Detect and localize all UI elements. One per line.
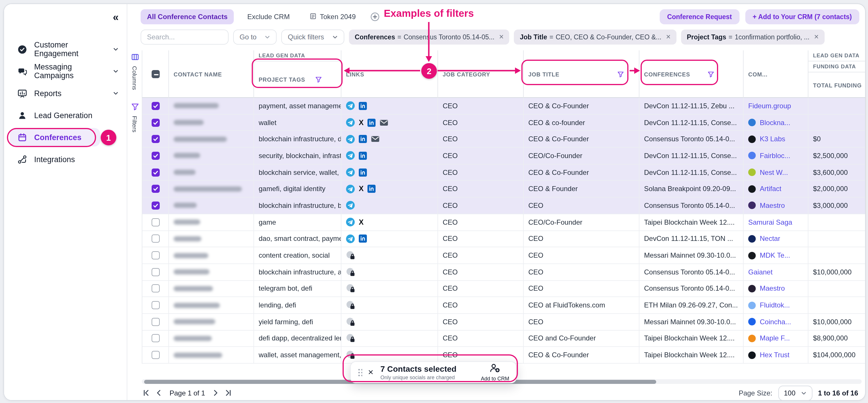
row-checkbox[interactable] bbox=[151, 202, 159, 210]
filter-chip[interactable]: Project Tags=1confirmation portfolio, ..… bbox=[681, 30, 825, 45]
sidebar-item-label: Messaging Campaigns bbox=[34, 62, 106, 80]
company-link[interactable]: Maestro bbox=[760, 285, 785, 293]
sidebar-item-customer-engagement[interactable]: Customer Engagement bbox=[4, 38, 127, 60]
column-header-project-tags[interactable]: LEAD GEN DATA PROJECT TAGS bbox=[254, 50, 341, 98]
goto-select[interactable]: Go to bbox=[233, 30, 277, 45]
row-checkbox[interactable] bbox=[151, 335, 159, 343]
filter-funnel-icon[interactable] bbox=[316, 77, 322, 83]
last-page-icon[interactable] bbox=[224, 388, 233, 397]
select-all-checkbox[interactable] bbox=[151, 70, 159, 78]
x-icon[interactable]: X bbox=[359, 218, 364, 226]
prev-page-icon[interactable] bbox=[155, 388, 163, 397]
view-tab-all-conference-contacts[interactable]: All Conference Contacts bbox=[141, 9, 234, 24]
company-link[interactable]: Gaianet bbox=[748, 268, 773, 276]
remove-filter-icon[interactable]: × bbox=[499, 33, 504, 41]
row-checkbox[interactable] bbox=[151, 268, 159, 276]
drag-handle-icon[interactable] bbox=[358, 368, 362, 376]
filter-funnel-icon[interactable] bbox=[617, 71, 623, 77]
linkedin-icon[interactable] bbox=[359, 102, 367, 110]
row-checkbox[interactable] bbox=[151, 235, 159, 243]
view-tab-token-2049[interactable]: Token 2049 bbox=[303, 9, 362, 24]
next-page-icon[interactable] bbox=[212, 388, 220, 397]
linkedin-icon[interactable] bbox=[359, 168, 367, 176]
telegram-icon[interactable] bbox=[346, 234, 355, 243]
row-checkbox[interactable] bbox=[151, 102, 159, 110]
add-view-icon[interactable] bbox=[370, 12, 380, 22]
search-input[interactable] bbox=[141, 30, 228, 45]
linkedin-icon[interactable] bbox=[359, 152, 367, 160]
company-link[interactable]: Blockna... bbox=[760, 118, 790, 126]
email-icon[interactable] bbox=[380, 119, 389, 126]
remove-filter-icon[interactable]: × bbox=[814, 33, 819, 41]
linkedin-icon[interactable] bbox=[359, 235, 367, 243]
company-link[interactable]: Maple F... bbox=[760, 335, 790, 343]
email-icon[interactable] bbox=[371, 136, 380, 142]
linkedin-icon[interactable] bbox=[359, 135, 367, 143]
telegram-icon[interactable] bbox=[346, 201, 355, 210]
row-checkbox[interactable] bbox=[151, 318, 159, 326]
company-link[interactable]: Samurai Saga bbox=[748, 218, 792, 226]
company-link[interactable]: Nest W... bbox=[760, 168, 788, 176]
filter-chip[interactable]: Job Title=CEO, CEO & Co-Founder, CEO &..… bbox=[514, 30, 677, 45]
telegram-icon[interactable] bbox=[346, 135, 355, 143]
company-link[interactable]: Fideum.group bbox=[748, 102, 791, 110]
column-header-total-funding[interactable]: LEAD GEN DATA FUNDING DATA TOTAL FUNDING bbox=[808, 50, 866, 98]
company-link[interactable]: MDK Te... bbox=[760, 251, 790, 259]
sidebar-item-integrations[interactable]: Integrations bbox=[4, 148, 127, 170]
project-tags-cell: security, blockchain, infrastr... bbox=[254, 148, 341, 164]
telegram-icon[interactable] bbox=[346, 168, 355, 177]
sidebar-item-conferences[interactable]: Conferences bbox=[10, 128, 100, 146]
filters-tool[interactable]: Filters bbox=[131, 103, 138, 133]
project-tags-cell: blockchain infrastructure, ai... bbox=[254, 264, 341, 280]
row-checkbox[interactable] bbox=[151, 301, 159, 309]
column-header-conferences[interactable]: CONFERENCES bbox=[640, 50, 744, 98]
sidebar-collapse-icon[interactable]: « bbox=[113, 12, 119, 23]
telegram-icon[interactable] bbox=[346, 102, 355, 110]
linkedin-icon[interactable] bbox=[368, 118, 376, 126]
x-icon[interactable]: X bbox=[359, 185, 364, 193]
company-link[interactable]: Hex Trust bbox=[760, 351, 789, 359]
row-checkbox[interactable] bbox=[151, 251, 159, 259]
filter-funnel-icon[interactable] bbox=[707, 71, 714, 77]
sidebar-item-messaging-campaigns[interactable]: Messaging Campaigns bbox=[4, 60, 127, 82]
row-checkbox[interactable] bbox=[151, 185, 159, 193]
add-to-crm-button[interactable]: + Add to Your CRM (7 contacts) bbox=[745, 9, 859, 24]
column-header-company[interactable]: COM... bbox=[744, 50, 808, 98]
column-header-contact-name[interactable]: CONTACT NAME bbox=[169, 50, 254, 98]
company-link[interactable]: Artifact bbox=[760, 185, 781, 193]
telegram-icon[interactable] bbox=[346, 151, 355, 160]
column-header-job-title[interactable]: JOB TITLE bbox=[524, 50, 640, 98]
page-size-select[interactable]: 100 bbox=[778, 385, 812, 400]
company-link[interactable]: Fluidtok... bbox=[760, 301, 790, 309]
row-checkbox[interactable] bbox=[151, 285, 159, 293]
column-header-job-category[interactable]: JOB CATEGORY bbox=[438, 50, 524, 98]
company-link[interactable]: K3 Labs bbox=[760, 135, 785, 143]
close-icon[interactable]: × bbox=[368, 368, 374, 377]
quick-filters-select[interactable]: Quick filters bbox=[281, 30, 344, 45]
column-header-links[interactable]: LINKS bbox=[341, 50, 438, 98]
columns-tool[interactable]: Columns bbox=[131, 53, 138, 90]
company-link[interactable]: Maestro bbox=[760, 202, 785, 210]
row-checkbox[interactable] bbox=[151, 118, 159, 126]
row-checkbox[interactable] bbox=[151, 218, 159, 226]
company-link[interactable]: Coincha... bbox=[760, 318, 791, 326]
telegram-icon[interactable] bbox=[346, 185, 355, 193]
row-checkbox[interactable] bbox=[151, 168, 159, 176]
linkedin-icon[interactable] bbox=[368, 185, 376, 193]
telegram-icon[interactable] bbox=[346, 218, 355, 226]
company-link[interactable]: Nectar bbox=[760, 235, 780, 243]
row-checkbox[interactable] bbox=[151, 351, 159, 359]
x-icon[interactable]: X bbox=[359, 118, 364, 126]
conference-request-button[interactable]: Conference Request bbox=[660, 9, 740, 24]
row-checkbox[interactable] bbox=[151, 152, 159, 160]
filter-chip[interactable]: Conferences=Consensus Toronto 05.14-05..… bbox=[349, 30, 509, 45]
sidebar-item-lead-generation[interactable]: Lead Generation bbox=[4, 104, 127, 126]
company-link[interactable]: Fairbloc... bbox=[760, 152, 790, 160]
first-page-icon[interactable] bbox=[142, 388, 151, 397]
telegram-icon[interactable] bbox=[346, 118, 355, 127]
sidebar-item-reports[interactable]: Reports bbox=[4, 82, 127, 104]
remove-filter-icon[interactable]: × bbox=[666, 33, 671, 41]
add-to-crm-action[interactable]: Add to CRM bbox=[481, 363, 509, 381]
view-tab-exclude-crm[interactable]: Exclude CRM bbox=[241, 9, 296, 24]
row-checkbox[interactable] bbox=[151, 135, 159, 143]
